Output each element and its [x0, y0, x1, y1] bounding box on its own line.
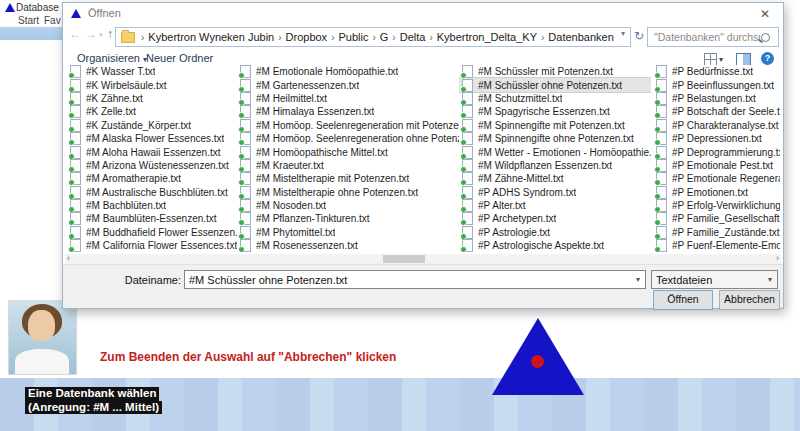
breadcrumb-item[interactable]: Datenbanken	[546, 31, 615, 43]
file-name: #P Emotionale Regeneration.b	[672, 173, 780, 184]
file-item[interactable]: #K Zähne.txt	[67, 92, 237, 105]
breadcrumb[interactable]: ›Kybertron Wyneken Jubin›Dropbox›Public›…	[115, 27, 631, 47]
text-file-icon	[656, 199, 667, 212]
file-item[interactable]: #P Archetypen.txt	[459, 212, 651, 225]
file-item[interactable]: #K Zustände_Körper.txt	[67, 119, 237, 132]
search-placeholder: "Datenbanken" durchsuchen	[648, 31, 761, 43]
file-item[interactable]: #M Himalaya Essenzen.txt	[237, 105, 459, 118]
file-item[interactable]: #M Homöop. Seelenregeneration ohne Poten…	[237, 132, 459, 145]
open-button[interactable]: Öffnen	[653, 290, 713, 310]
filename-dropdown-icon[interactable]: ▾	[631, 275, 645, 284]
close-icon[interactable]: ✕	[751, 5, 779, 23]
back-icon[interactable]: ←	[69, 27, 81, 41]
file-item[interactable]: #P Deprogrammierung.txt	[653, 145, 780, 158]
file-item[interactable]: #M Heilmittel.txt	[237, 92, 459, 105]
file-item[interactable]: #P Astrologie.txt	[459, 226, 651, 239]
file-item[interactable]: #M Spagyrische Essenzen.txt	[459, 105, 651, 118]
file-item[interactable]: #M Phytomittel.txt	[237, 226, 459, 239]
file-item[interactable]: #K Zelle.txt	[67, 105, 237, 118]
breadcrumb-item[interactable]: Public	[336, 31, 370, 43]
text-file-icon	[462, 172, 473, 185]
file-item[interactable]: #P Botschaft der Seele.txt	[653, 105, 780, 118]
breadcrumb-item[interactable]: Kybertron Wyneken Jubin	[146, 31, 276, 43]
file-item[interactable]: #M Nosoden.txt	[237, 199, 459, 212]
filename-input[interactable]: #M Schüssler ohne Potenzen.txt ▾	[184, 270, 646, 289]
file-item[interactable]: #M Aloha Hawaii Essenzen.txt	[67, 145, 237, 158]
file-item[interactable]: #M Rosenessenzen.txt	[237, 239, 459, 252]
organize-button[interactable]: Organisieren ▾	[77, 52, 147, 64]
file-item[interactable]: #M Kraeuter.txt	[237, 159, 459, 172]
file-item[interactable]: #M Schutzmittel.txt	[459, 92, 651, 105]
cancel-button[interactable]: Abbrechen	[719, 290, 780, 310]
filetype-dropdown-icon[interactable]: ▾	[763, 275, 777, 284]
file-item[interactable]: #M Pflanzen-Tinkturen.txt	[237, 212, 459, 225]
filetype-select[interactable]: Textdateien ▾	[651, 270, 778, 289]
scroll-left-icon[interactable]: ‹	[67, 253, 70, 263]
breadcrumb-item[interactable]: G	[378, 31, 391, 43]
file-item[interactable]: #P Emotionen.txt	[653, 186, 780, 199]
address-dropdown-icon[interactable]: ▾	[621, 29, 625, 38]
file-item[interactable]: #M Zähne-Mittel.txt	[459, 172, 651, 185]
file-item[interactable]: #M Wetter - Emotionen - Homöopathie.txt	[459, 145, 651, 158]
new-folder-button[interactable]: Neuer Ordner	[146, 52, 213, 64]
dialog-footer: Dateiname: #M Schüssler ohne Potenzen.tx…	[63, 264, 783, 308]
file-item[interactable]: #M Alaska Flower Essences.txt	[67, 132, 237, 145]
view-dropdown-icon[interactable]: ▾	[719, 55, 723, 64]
hscrollbar-thumb[interactable]	[383, 255, 425, 263]
file-item[interactable]: #M Gartenessenzen.txt	[237, 78, 459, 91]
file-item[interactable]: #M Misteltherapie ohne Potenzen.txt	[237, 186, 459, 199]
file-item[interactable]: #P Fuenf-Elemente-Emotionen	[653, 239, 780, 252]
file-item[interactable]: #M Homöopathische Mittel.txt	[237, 145, 459, 158]
file-item[interactable]: #P Emotionale Regeneration.b	[653, 172, 780, 185]
file-item[interactable]: #P Erfolg-Verwirklichung.txt	[653, 199, 780, 212]
dialog-titlebar[interactable]: Öffnen ✕	[63, 3, 783, 25]
file-name: #P Depressionen.txt	[672, 133, 762, 144]
file-item[interactable]: #P Astrologische Aspekte.txt	[459, 239, 651, 252]
file-item[interactable]: #P Familie_Gesellschaft.txt	[653, 212, 780, 225]
file-item[interactable]: #M Homöop. Seelenregeneration mit Potenz…	[237, 119, 459, 132]
forward-icon[interactable]: →	[85, 27, 97, 41]
help-icon[interactable]: ?	[761, 52, 774, 65]
file-item[interactable]: #M Schüssler mit Potenzen.txt	[459, 65, 651, 78]
file-item[interactable]: #K Wirbelsäule.txt	[67, 78, 237, 91]
breadcrumb-item[interactable]: Delta	[398, 31, 428, 43]
file-item[interactable]: #P Charakteranalyse.txt	[653, 119, 780, 132]
text-file-icon	[656, 186, 667, 199]
file-item[interactable]: #M Schüssler ohne Potenzen.txt	[459, 78, 651, 91]
file-item[interactable]: #M Bachblüten.txt	[67, 199, 237, 212]
file-item[interactable]: #K Wasser T.txt	[67, 65, 237, 78]
file-item[interactable]: #P ADHS Syndrom.txt	[459, 186, 651, 199]
file-item[interactable]: #P Emotionale Pest.txt	[653, 159, 780, 172]
file-item[interactable]: #M Buddhafield Flower Essenzen.txt	[67, 226, 237, 239]
file-item[interactable]: #M Emotionale Homöopathie.txt	[237, 65, 459, 78]
breadcrumb-item[interactable]: Dropbox	[284, 31, 330, 43]
up-icon[interactable]: ↑	[107, 27, 113, 41]
horizontal-scrollbar[interactable]: ‹ ›	[65, 254, 781, 264]
file-item[interactable]: #M Aromatherapie.txt	[67, 172, 237, 185]
text-file-icon	[462, 186, 473, 199]
breadcrumb-item[interactable]: Kybertron_Delta_KY	[435, 31, 539, 43]
file-item[interactable]: #M Wildpflanzen Essenzen.txt	[459, 159, 651, 172]
file-item[interactable]: #P Beeinflussungen.txt	[653, 78, 780, 91]
file-item[interactable]: #P Belastungen.txt	[653, 92, 780, 105]
file-item[interactable]: #M Australische Buschblüten.txt	[67, 186, 237, 199]
menu-start[interactable]: Start	[18, 15, 39, 26]
file-name: #M Wildpflanzen Essenzen.txt	[478, 160, 612, 171]
refresh-icon[interactable]: ↻	[634, 29, 644, 43]
file-item[interactable]: #M California Flower Essences.txt	[67, 239, 237, 252]
file-item[interactable]: #P Familie_Zustände.txt	[653, 226, 780, 239]
menu-fav[interactable]: Fav	[44, 15, 61, 26]
scroll-right-icon[interactable]: ›	[776, 253, 779, 263]
file-item[interactable]: #M Baumblüten-Essenzen.txt	[67, 212, 237, 225]
history-dropdown-icon[interactable]: ▾	[99, 31, 103, 39]
file-item[interactable]: #M Misteltherapie mit Potenzen.txt	[237, 172, 459, 185]
search-icon[interactable]	[761, 33, 770, 42]
file-item[interactable]: #M Arizona Wüstenessenzen.txt	[67, 159, 237, 172]
file-item[interactable]: #M Spinnengifte mit Potenzen.txt	[459, 119, 651, 132]
file-item[interactable]: #M Spinnengifte ohne Potenzen.txt	[459, 132, 651, 145]
text-file-icon	[240, 65, 251, 78]
file-item[interactable]: #P Alter.txt	[459, 199, 651, 212]
search-input[interactable]: "Datenbanken" durchsuchen	[647, 27, 779, 47]
file-item[interactable]: #P Depressionen.txt	[653, 132, 780, 145]
file-item[interactable]: #P Bedürfnisse.txt	[653, 65, 780, 78]
